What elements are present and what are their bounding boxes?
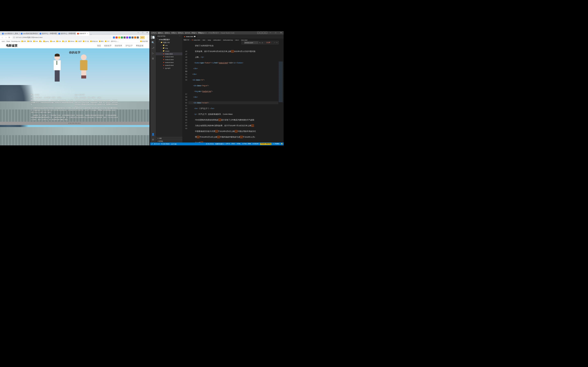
nav-link[interactable]: 你的名字: [104, 44, 112, 47]
status-branch[interactable]: ⎇: [151, 143, 153, 145]
nav-link[interactable]: 天气之子: [125, 44, 133, 47]
tree-file[interactable]: ◆index3.html: [156, 58, 182, 61]
extension-icon[interactable]: [137, 36, 139, 39]
bookmark-folder[interactable]: js: [39, 41, 42, 42]
bookmark-folder[interactable]: 邮箱出租: [90, 40, 98, 42]
extension-icon[interactable]: [121, 36, 123, 39]
status-eslint[interactable]: ⊘ ESLint: [252, 143, 259, 145]
browser-tab[interactable]: 创作中心 - 哔哩哔哩弹幕...×: [38, 32, 57, 35]
find-prev-button[interactable]: ↑: [271, 42, 272, 44]
tree-file-selected[interactable]: ◆index.html: [156, 52, 182, 55]
bookmark-folder[interactable]: GitHub: [68, 41, 75, 42]
find-input[interactable]: [244, 42, 258, 44]
layout-icon[interactable]: [260, 32, 262, 34]
minimize-button[interactable]: ─: [137, 32, 140, 34]
editor-tab-active[interactable]: ◆index.html: [182, 34, 197, 39]
gear-icon[interactable]: ⚙: [151, 138, 155, 141]
extension-icon[interactable]: [129, 36, 131, 39]
tree-folder[interactable]: ˅📁电影介绍: [156, 41, 182, 44]
menu-selection[interactable]: 选择(S): [164, 32, 170, 34]
bookmark-folder[interactable]: node: [50, 41, 55, 42]
nav-link[interactable]: 首页: [97, 44, 101, 47]
status-indent[interactable]: 制表符长度: 2: [215, 143, 224, 145]
code-editor[interactable]: 46 47 48 49 50 51 52 53 54 55 56 57 58 5…: [182, 42, 284, 142]
tree-folder[interactable]: ›📁img: [156, 47, 182, 50]
explorer-more[interactable]: ···: [179, 35, 181, 37]
status-eol[interactable]: CRLF: [231, 143, 235, 145]
browser-tab[interactable]: 创作中心 - 哔哩哔哩弹幕...×: [57, 32, 76, 35]
bookmark-folder[interactable]: 插件: [21, 40, 26, 42]
address-bar[interactable]: ⓘ127.0.0.1:5500/电影介绍/index2.html: [12, 36, 112, 39]
find-next-button[interactable]: ↓: [273, 42, 274, 44]
status-liveshare[interactable]: ⟲ Live Share: [161, 143, 169, 145]
tree-root[interactable]: ˅HTML网页设计: [156, 38, 182, 41]
bookmark-folder[interactable]: 兼职: [99, 40, 104, 42]
find-selection-button[interactable]: ≡: [274, 42, 276, 44]
bookmark-folder[interactable]: jquery: [43, 41, 49, 42]
status-encoding[interactable]: UTF-8: [226, 143, 230, 145]
web-page[interactable]: 电影鉴赏 首页 你的名字 你好世界 天气之子 帮助反馈 你的名字 男主：立花泷 …: [0, 43, 149, 145]
back-button[interactable]: ←: [1, 36, 4, 39]
bookmark-folder[interactable]: 框架: [27, 40, 32, 42]
find-regex-button[interactable]: .*: [264, 42, 265, 44]
tree-file[interactable]: ◆index4.html: [156, 61, 182, 64]
browser-tab-active[interactable]: 你的名字×: [76, 32, 89, 35]
bookmark-folder[interactable]: 学习站: [83, 40, 89, 42]
account-icon[interactable]: 👤: [151, 133, 155, 136]
layout-icon[interactable]: [265, 32, 267, 34]
source-control-icon[interactable]: ⎇: [151, 46, 155, 50]
bookmark-folder[interactable]: ES6: [56, 41, 61, 42]
nav-link[interactable]: 你好世界: [115, 44, 122, 47]
extension-icon[interactable]: [118, 36, 120, 39]
status-port[interactable]: ⊘ Port : 5500: [242, 143, 251, 145]
debug-icon[interactable]: ▷: [151, 52, 155, 55]
browser-tab[interactable]: web期末实践课程设计_初...×: [20, 32, 38, 35]
tree-folder[interactable]: ›📁css: [156, 44, 182, 47]
tree-file[interactable]: ●yy.mp3: [156, 67, 182, 69]
bookmark-folder[interactable]: 小程序: [76, 40, 82, 42]
maximize-button[interactable]: □: [273, 31, 278, 34]
status-language[interactable]: HTML: [237, 143, 241, 145]
tree-file[interactable]: ◆index5.html: [156, 64, 182, 67]
status-tslint[interactable]: TSLint: Warning: [260, 143, 272, 145]
close-button[interactable]: ✕: [278, 31, 284, 34]
find-close-button[interactable]: ✕: [276, 42, 278, 44]
code-content[interactable]: 讲述了16岁的高中生自 世界故事。该片于2019年9月20日在日本上映，2021…: [189, 42, 278, 142]
find-word-button[interactable]: ab: [261, 42, 263, 44]
tree-file[interactable]: ◆index2.html: [156, 55, 182, 58]
extension-icon[interactable]: [123, 36, 126, 39]
extension-icon[interactable]: [134, 36, 136, 39]
nav-link[interactable]: 帮助反馈: [136, 44, 143, 47]
layout-icon[interactable]: [263, 32, 265, 34]
menu-view[interactable]: 查看(V): [171, 32, 177, 34]
maximize-button[interactable]: □: [141, 32, 144, 34]
menu-file[interactable]: 文件(F): [151, 32, 156, 34]
find-case-button[interactable]: Aa: [259, 42, 261, 43]
layout-icon[interactable]: [257, 32, 259, 34]
extension-icon[interactable]: [116, 36, 118, 39]
menu-terminal[interactable]: 终端(T): [191, 32, 197, 34]
menu-run[interactable]: 运行(R): [185, 32, 190, 34]
status-cursor-position[interactable]: 行 53, 列 31: [206, 143, 214, 145]
extension-icon[interactable]: [131, 36, 134, 39]
bookmark[interactable]: React: [7, 41, 10, 42]
bookmark-folder[interactable]: YST: [105, 41, 110, 42]
bookmark-folder[interactable]: html: [33, 41, 38, 42]
menu-goto[interactable]: 转到(G): [178, 32, 183, 34]
explorer-icon[interactable]: 📄: [151, 36, 154, 39]
update-button[interactable]: 更新: [140, 36, 145, 39]
bookmark[interactable]: Bootstrap-mui: [11, 41, 20, 42]
other-bookmarks[interactable]: 其他书签: [140, 40, 148, 42]
outline-section[interactable]: > 大纲: [156, 137, 182, 140]
find-toggle-icon[interactable]: ›: [242, 42, 243, 43]
close-icon[interactable]: ×: [87, 33, 88, 34]
menu-edit[interactable]: 编辑(E): [158, 32, 163, 34]
bookmark-folder[interactable]: 正则: [62, 40, 67, 42]
tree-folder[interactable]: ›📁music: [156, 50, 182, 52]
browser-tab[interactable]: web课程设计_搜索_哔哩...×: [1, 32, 20, 35]
status-errors[interactable]: ⊗ 0 ⚠ 0: [154, 143, 159, 145]
extensions-icon[interactable]: ⊞: [151, 57, 155, 60]
bookmark[interactable]: 创作中心-...: [111, 40, 118, 42]
new-tab-button[interactable]: +: [89, 33, 93, 35]
status-prettier[interactable]: ✓ Prettier: [273, 143, 279, 145]
